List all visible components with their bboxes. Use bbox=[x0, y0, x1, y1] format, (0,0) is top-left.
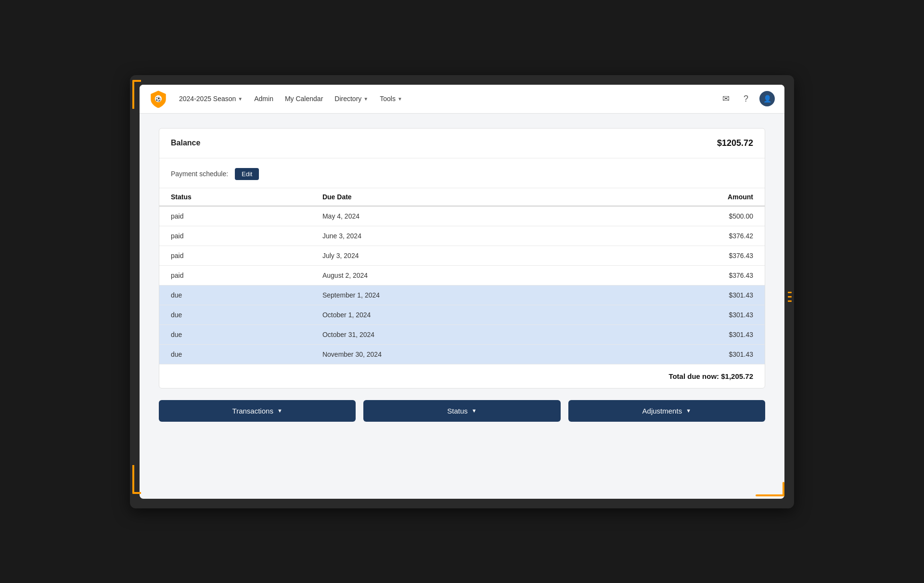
row-due-date: August 2, 2024 bbox=[311, 265, 596, 285]
row-status: paid bbox=[159, 206, 311, 226]
row-status: due bbox=[159, 305, 311, 324]
payment-table-body: paid May 4, 2024 $500.00 paid June 3, 20… bbox=[159, 206, 765, 364]
row-amount: $301.43 bbox=[596, 324, 765, 344]
mail-icon[interactable]: ✉ bbox=[719, 92, 732, 105]
navbar-right: ✉ ? 👤 bbox=[719, 91, 775, 106]
balance-value: $1205.72 bbox=[717, 138, 753, 148]
nav-calendar[interactable]: My Calendar bbox=[285, 95, 323, 103]
row-amount: $301.43 bbox=[596, 305, 765, 324]
row-due-date: October 1, 2024 bbox=[311, 305, 596, 324]
season-chevron-icon: ▼ bbox=[238, 96, 243, 102]
navbar-left: ⚽ 2024-2025 Season ▼ Admin My Calendar D… bbox=[149, 90, 402, 108]
bracket-decoration-br-h bbox=[756, 494, 784, 496]
table-row: paid May 4, 2024 $500.00 bbox=[159, 206, 765, 226]
tools-chevron-icon: ▼ bbox=[398, 96, 402, 102]
nav-directory[interactable]: Directory ▼ bbox=[334, 95, 368, 103]
total-label: Total due now: $1,205.72 bbox=[668, 372, 753, 380]
row-due-date: November 30, 2024 bbox=[311, 344, 596, 364]
bracket-decoration-bl bbox=[132, 465, 141, 494]
row-status: due bbox=[159, 285, 311, 305]
logo-icon[interactable]: ⚽ bbox=[149, 90, 167, 108]
bracket-decoration-tl bbox=[132, 80, 141, 109]
table-row: due September 1, 2024 $301.43 bbox=[159, 285, 765, 305]
transactions-chevron-icon: ▼ bbox=[277, 408, 282, 414]
row-amount: $301.43 bbox=[596, 344, 765, 364]
row-due-date: May 4, 2024 bbox=[311, 206, 596, 226]
row-status: paid bbox=[159, 226, 311, 246]
adjustments-chevron-icon: ▼ bbox=[686, 408, 691, 414]
row-amount: $500.00 bbox=[596, 206, 765, 226]
row-status: paid bbox=[159, 265, 311, 285]
payment-schedule-label: Payment schedule: bbox=[171, 170, 228, 178]
nav-admin[interactable]: Admin bbox=[254, 95, 273, 103]
row-amount: $376.42 bbox=[596, 226, 765, 246]
col-header-status: Status bbox=[159, 188, 311, 206]
row-due-date: June 3, 2024 bbox=[311, 226, 596, 246]
row-due-date: September 1, 2024 bbox=[311, 285, 596, 305]
payment-table: Status Due Date Amount paid May 4, 2024 … bbox=[159, 188, 765, 364]
bracket-decoration-br-v bbox=[783, 482, 784, 496]
table-row: due November 30, 2024 $301.43 bbox=[159, 344, 765, 364]
row-amount: $376.43 bbox=[596, 265, 765, 285]
main-card: Balance $1205.72 Payment schedule: Edit … bbox=[159, 128, 765, 389]
row-status: due bbox=[159, 324, 311, 344]
balance-row: Balance $1205.72 bbox=[159, 129, 765, 158]
help-icon[interactable]: ? bbox=[739, 92, 753, 105]
payment-schedule-header: Payment schedule: Edit bbox=[159, 158, 765, 188]
adjustments-button[interactable]: Adjustments ▼ bbox=[568, 400, 765, 422]
user-avatar[interactable]: 👤 bbox=[759, 91, 775, 106]
table-row: due October 1, 2024 $301.43 bbox=[159, 305, 765, 324]
main-window: ⚽ 2024-2025 Season ▼ Admin My Calendar D… bbox=[140, 85, 784, 499]
content-area: Balance $1205.72 Payment schedule: Edit … bbox=[140, 114, 784, 436]
navbar: ⚽ 2024-2025 Season ▼ Admin My Calendar D… bbox=[140, 85, 784, 114]
table-row: paid June 3, 2024 $376.42 bbox=[159, 226, 765, 246]
transactions-button[interactable]: Transactions ▼ bbox=[159, 400, 356, 422]
row-due-date: July 3, 2024 bbox=[311, 246, 596, 265]
nav-tools[interactable]: Tools ▼ bbox=[380, 95, 402, 103]
side-dash-decoration bbox=[788, 292, 792, 302]
row-amount: $301.43 bbox=[596, 285, 765, 305]
svg-text:⚽: ⚽ bbox=[155, 96, 161, 102]
status-chevron-icon: ▼ bbox=[472, 408, 477, 414]
col-header-due-date: Due Date bbox=[311, 188, 596, 206]
directory-chevron-icon: ▼ bbox=[363, 96, 368, 102]
balance-label: Balance bbox=[171, 139, 200, 147]
table-row: paid July 3, 2024 $376.43 bbox=[159, 246, 765, 265]
row-amount: $376.43 bbox=[596, 246, 765, 265]
edit-button[interactable]: Edit bbox=[235, 168, 259, 180]
bottom-buttons: Transactions ▼ Status ▼ Adjustments ▼ bbox=[159, 400, 765, 422]
row-status: due bbox=[159, 344, 311, 364]
table-header: Status Due Date Amount bbox=[159, 188, 765, 206]
total-row: Total due now: $1,205.72 bbox=[159, 364, 765, 388]
table-row: due October 31, 2024 $301.43 bbox=[159, 324, 765, 344]
status-button[interactable]: Status ▼ bbox=[363, 400, 560, 422]
row-status: paid bbox=[159, 246, 311, 265]
row-due-date: October 31, 2024 bbox=[311, 324, 596, 344]
col-header-amount: Amount bbox=[596, 188, 765, 206]
table-row: paid August 2, 2024 $376.43 bbox=[159, 265, 765, 285]
nav-season[interactable]: 2024-2025 Season ▼ bbox=[179, 95, 243, 103]
